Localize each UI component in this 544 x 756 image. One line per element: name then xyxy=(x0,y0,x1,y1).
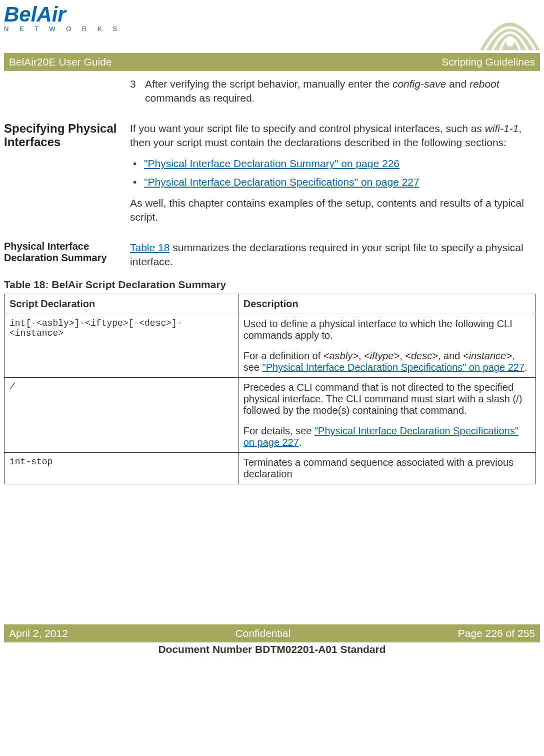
banner-left: BelAir20E User Guide xyxy=(9,56,112,68)
banner-right: Scripting Guidelines xyxy=(442,56,535,68)
cell-desc: Terminates a command sequence associated… xyxy=(238,453,536,484)
footer-page: Page 226 of 255 xyxy=(458,627,535,639)
list-item: "Physical Interface Declaration Summary"… xyxy=(130,157,536,171)
spec-intro: If you want your script file to specify … xyxy=(130,122,536,150)
step-number: 3 xyxy=(130,77,138,106)
col-header-description: Description xyxy=(238,294,536,314)
title-banner: BelAir20E User Guide Scripting Guideline… xyxy=(4,53,540,71)
table-row: int-stop Terminates a command sequence a… xyxy=(4,453,536,484)
footer-confidential: Confidential xyxy=(235,627,290,639)
cell-desc: Used to define a physical interface to w… xyxy=(238,314,536,378)
step-3: 3 After verifying the script behavior, m… xyxy=(130,77,536,106)
table-row: / Precedes a CLI command that is not dir… xyxy=(4,378,536,453)
cell-decl: int[-<asbly>]-<iftype>[-<desc>]-<instanc… xyxy=(4,314,238,378)
cell-decl: int-stop xyxy=(4,453,238,484)
link-decl-spec-inline[interactable]: "Physical Interface Declaration Specific… xyxy=(262,362,525,373)
link-decl-summary[interactable]: "Physical Interface Declaration Summary"… xyxy=(144,158,400,169)
link-table18[interactable]: Table 18 xyxy=(130,242,170,253)
spec-closing: As well, this chapter contains examples … xyxy=(130,196,536,225)
footer-banner: April 2, 2012 Confidential Page 226 of 2… xyxy=(4,624,540,642)
wave-icon xyxy=(480,5,540,50)
step-text: After verifying the script behavior, man… xyxy=(145,77,536,106)
belair-logo: BelAir N E T W O R K S xyxy=(4,5,122,33)
logo-main-text: BelAir xyxy=(4,5,122,24)
cell-desc: Precedes a CLI command that is not direc… xyxy=(238,378,536,453)
cell-decl: / xyxy=(4,378,238,453)
section-heading-decl-summary: Physical Interface Declaration Summary xyxy=(4,241,121,276)
footer-date: April 2, 2012 xyxy=(9,627,68,639)
table-caption: Table 18: BelAir Script Declaration Summ… xyxy=(4,279,536,291)
section-heading-specifying: Specifying Physical Interfaces xyxy=(4,122,121,232)
link-decl-spec[interactable]: "Physical Interface Declaration Specific… xyxy=(144,176,420,188)
table-row: int[-<asbly>]-<iftype>[-<desc>]-<instanc… xyxy=(4,314,536,378)
declaration-table: Script Declaration Description int[-<asb… xyxy=(4,294,536,484)
svg-point-1 xyxy=(506,39,514,47)
doc-number: Document Number BDTM02201-A01 Standard xyxy=(4,642,540,655)
decl-summary-text: Table 18 summarizes the declarations req… xyxy=(130,241,536,269)
header: BelAir N E T W O R K S xyxy=(4,5,540,50)
col-header-declaration: Script Declaration xyxy=(4,294,238,314)
logo-sub-text: N E T W O R K S xyxy=(4,25,122,33)
list-item: "Physical Interface Declaration Specific… xyxy=(130,175,536,189)
